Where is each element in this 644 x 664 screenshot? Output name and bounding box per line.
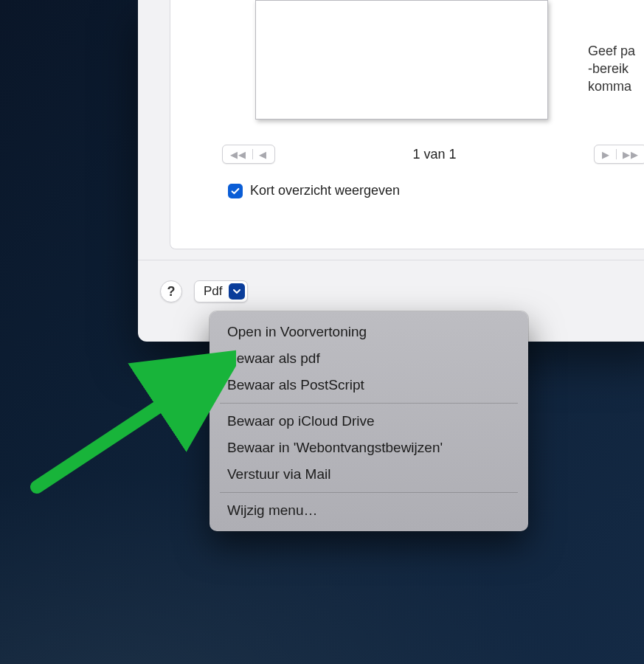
pdf-dropdown-button[interactable]: Pdf xyxy=(194,280,248,302)
divider xyxy=(616,149,617,159)
separator xyxy=(138,260,644,260)
menu-separator xyxy=(220,403,518,404)
menu-item-mail[interactable]: Verstuur via Mail xyxy=(210,461,528,488)
annotation-arrow-icon xyxy=(22,328,236,498)
menu-item-web-receipts[interactable]: Bewaar in 'Webontvangstbewijzen' xyxy=(210,435,528,461)
menu-item-save-as-postscript[interactable]: Bewaar als PostScript xyxy=(210,372,528,398)
menu-item-save-as-pdf[interactable]: Bewaar als pdf xyxy=(210,345,528,372)
short-overview-row[interactable]: Kort overzicht weergeven xyxy=(228,183,400,198)
side-hint-text: Geef pa -bereik komma xyxy=(588,42,635,95)
menu-item-edit-menu[interactable]: Wijzig menu… xyxy=(210,497,528,524)
menu-item-icloud[interactable]: Bewaar op iCloud Drive xyxy=(210,408,528,435)
rewind-icon: ◀◀ xyxy=(230,149,246,160)
pdf-dropdown-menu: Open in Voorvertoning Bewaar als pdf Bew… xyxy=(210,311,528,531)
fastforward-icon: ▶▶ xyxy=(623,149,639,160)
help-button[interactable]: ? xyxy=(160,280,182,302)
preview-panel: ◀◀ ◀ 1 van 1 ▶ ▶▶ Kort overzicht weergev… xyxy=(170,0,644,249)
checkbox-checked-icon[interactable] xyxy=(228,184,243,198)
preview-page xyxy=(255,0,548,120)
help-icon: ? xyxy=(167,284,176,300)
divider xyxy=(252,149,253,159)
prev-icon: ◀ xyxy=(259,149,267,160)
print-dialog: ◀◀ ◀ 1 van 1 ▶ ▶▶ Kort overzicht weergev… xyxy=(138,0,644,342)
svg-line-0 xyxy=(37,371,212,487)
next-icon: ▶ xyxy=(602,149,610,160)
pdf-button-label: Pdf xyxy=(204,284,223,299)
pager-row: ◀◀ ◀ 1 van 1 ▶ ▶▶ xyxy=(222,142,644,167)
menu-separator xyxy=(220,492,518,493)
pager-next-button[interactable]: ▶ ▶▶ xyxy=(594,145,644,164)
pager-label: 1 van 1 xyxy=(412,147,456,162)
pager-prev-button[interactable]: ◀◀ ◀ xyxy=(222,145,275,164)
checkbox-label: Kort overzicht weergeven xyxy=(250,183,400,198)
menu-item-open-preview[interactable]: Open in Voorvertoning xyxy=(210,319,528,345)
dialog-footer: ? Pdf xyxy=(160,280,248,302)
chevron-down-icon xyxy=(229,283,245,300)
